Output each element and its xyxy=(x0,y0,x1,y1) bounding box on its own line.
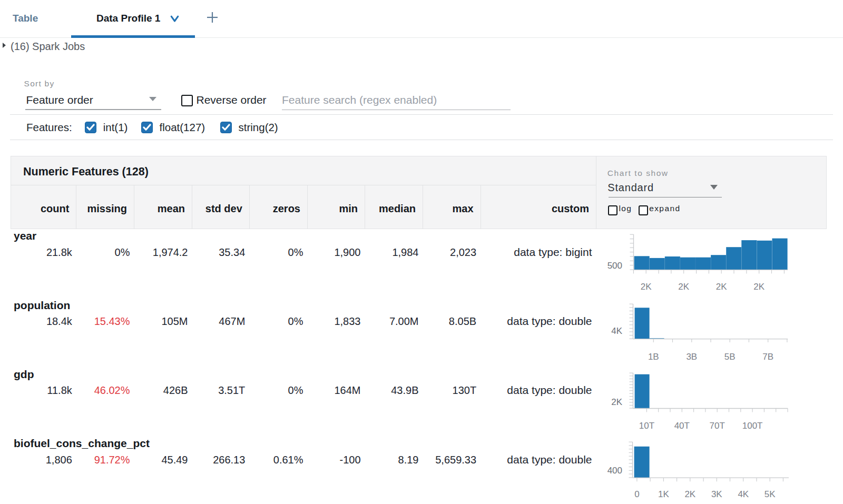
svg-text:100T: 100T xyxy=(742,421,763,431)
svg-text:500: 500 xyxy=(607,261,622,271)
svg-text:3K: 3K xyxy=(711,489,722,499)
svg-text:7B: 7B xyxy=(762,352,773,362)
svg-text:3B: 3B xyxy=(686,352,697,362)
svg-text:5K: 5K xyxy=(764,489,776,499)
svg-text:1B: 1B xyxy=(648,352,659,362)
svg-text:1K: 1K xyxy=(658,489,669,499)
svg-text:10T: 10T xyxy=(639,421,654,431)
svg-text:400: 400 xyxy=(607,466,622,476)
svg-text:2K: 2K xyxy=(611,397,622,407)
svg-text:40T: 40T xyxy=(674,421,690,431)
svg-text:0: 0 xyxy=(634,489,639,499)
svg-text:2K: 2K xyxy=(753,282,764,292)
svg-text:2K: 2K xyxy=(678,282,689,292)
svg-text:2K: 2K xyxy=(716,282,727,292)
svg-text:2K: 2K xyxy=(684,489,695,499)
svg-text:4K: 4K xyxy=(738,489,749,499)
svg-text:2K: 2K xyxy=(641,282,652,292)
svg-text:70T: 70T xyxy=(710,421,725,431)
svg-text:5B: 5B xyxy=(724,352,736,362)
svg-text:4K: 4K xyxy=(611,326,622,336)
